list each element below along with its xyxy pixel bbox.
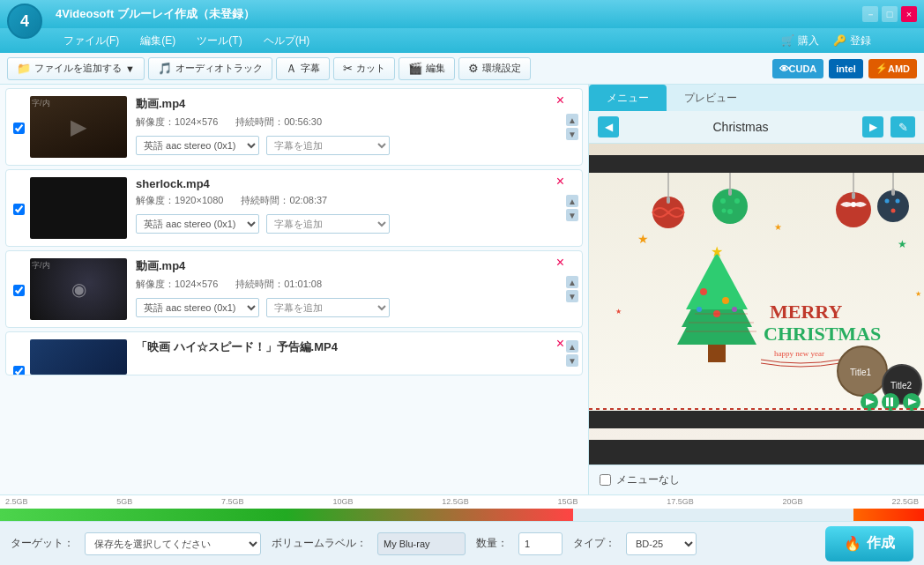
progress-label-0: 2.5GB [5, 497, 28, 506]
file-subtitle-select-3[interactable]: 字幕を追加 [266, 298, 390, 317]
cart-icon: 🛒 [781, 34, 794, 47]
file-checkbox-2[interactable] [13, 204, 25, 215]
file-checkbox-1[interactable] [13, 123, 25, 134]
file-down-3[interactable]: ▼ [566, 290, 578, 302]
target-label: ターゲット： [11, 536, 74, 551]
file-up-1[interactable]: ▲ [566, 114, 578, 126]
edit-template-button[interactable]: ✎ [890, 116, 915, 138]
file-close-3[interactable]: × [556, 255, 564, 271]
type-select[interactable]: BD-25 [626, 532, 697, 555]
svg-text:Title1: Title1 [850, 368, 872, 377]
file-up-2[interactable]: ▲ [566, 195, 578, 207]
cut-label: カット [356, 62, 385, 75]
menu-help[interactable]: ヘルプ(H) [253, 30, 321, 52]
file-item: ▶ 字/内 動画.mp4 解像度：1024×576 持続時間：00:56:30 … [5, 88, 583, 166]
target-select[interactable]: 保存先を選択してください [85, 532, 261, 555]
register-button[interactable]: 🔑 登録 [833, 33, 871, 48]
title-bar: 4 4Videosoft ブルーレイ作成（未登録） － □ × [0, 0, 924, 28]
tab-preview[interactable]: プレビュー [667, 85, 755, 111]
preview-title: Christmas [619, 120, 862, 134]
file-audio-select-1[interactable]: 英語 aac stereo (0x1) [136, 136, 259, 155]
tab-menu[interactable]: メニュー [589, 85, 667, 111]
purchase-button[interactable]: 🛒 購入 [781, 33, 819, 48]
cut-icon: ✂ [343, 62, 353, 75]
file-down-4[interactable]: ▼ [566, 354, 578, 367]
next-arrow[interactable]: ▶ [862, 116, 883, 138]
file-meta-3: 解像度：1024×576 持続時間：01:01:08 [136, 278, 566, 291]
progress-label-6: 17.5GB [667, 497, 694, 506]
svg-rect-15 [852, 192, 855, 199]
edit-icon: 🎬 [408, 62, 422, 75]
file-resolution-2: 解像度：1920×1080 [136, 194, 223, 207]
quantity-control [518, 532, 563, 555]
file-name-2: sherlock.mp4 [136, 177, 566, 190]
no-menu-checkbox[interactable] [600, 474, 611, 486]
svg-rect-5 [667, 197, 670, 204]
file-controls-3: 英語 aac stereo (0x1) 字幕を追加 [136, 298, 566, 317]
file-item: sherlock.mp4 解像度：1920×1080 持続時間：02:08:37… [5, 169, 583, 247]
svg-text:★: ★ [637, 232, 649, 246]
svg-rect-48 [886, 398, 889, 406]
file-close-4[interactable]: × [556, 336, 564, 352]
svg-text:★: ★ [774, 222, 782, 232]
close-button[interactable]: × [901, 6, 917, 22]
menu-edit[interactable]: 編集(E) [130, 30, 186, 52]
file-audio-select-2[interactable]: 英語 aac stereo (0x1) [136, 214, 259, 234]
subtitles-button[interactable]: Ａ 字幕 [276, 57, 330, 80]
settings-button[interactable]: ⚙ 環境設定 [458, 57, 531, 80]
amd-badge: ⚡ AMD [868, 59, 917, 78]
progress-label-2: 7.5GB [221, 497, 244, 506]
svg-point-37 [732, 307, 737, 312]
edit-label: 編集 [426, 62, 445, 75]
preview-panel: メニュー プレビュー ◀ Christmas ▶ ✎ [589, 85, 924, 494]
type-label: タイプ： [573, 536, 615, 551]
settings-icon: ⚙ [468, 62, 479, 75]
purchase-label: 購入 [798, 33, 819, 48]
quantity-input[interactable] [518, 532, 563, 555]
svg-point-36 [697, 307, 702, 312]
file-duration-3: 持続時間：01:01:08 [235, 278, 322, 291]
audio-track-label: オーディオトラック [175, 62, 263, 75]
preview-content: ★ ★ ★ ★ ★ ★ [589, 144, 924, 440]
svg-rect-2 [589, 411, 924, 428]
menu-file[interactable]: ファイル(F) [53, 30, 130, 52]
prev-arrow[interactable]: ◀ [598, 116, 619, 138]
edit-button[interactable]: 🎬 編集 [399, 57, 455, 80]
svg-rect-1 [589, 155, 924, 173]
svg-text:happy new year: happy new year [774, 349, 824, 358]
cut-button[interactable]: ✂ カット [333, 57, 395, 80]
file-name-3: 動画.mp4 [136, 258, 566, 274]
volume-label-input[interactable] [377, 532, 466, 555]
create-button[interactable]: 🔥 作成 [825, 526, 913, 561]
svg-point-12 [722, 209, 727, 213]
maximize-button[interactable]: □ [882, 6, 898, 22]
bottom-controls: ターゲット： 保存先を選択してください ボリュームラベル： 数量： タイプ： B… [0, 521, 924, 565]
no-menu-label[interactable]: メニューなし [616, 472, 680, 487]
file-up-4[interactable]: ▲ [566, 340, 578, 353]
file-thumb-3: ◉ 字/内 [30, 258, 127, 320]
file-subtitle-select-1[interactable]: 字幕を追加 [266, 136, 390, 155]
audio-track-button[interactable]: 🎵 オーディオトラック [148, 57, 272, 80]
progress-label-5: 15GB [558, 497, 578, 506]
file-checkbox-3[interactable] [13, 285, 25, 296]
minimize-button[interactable]: － [862, 6, 878, 22]
file-down-1[interactable]: ▼ [566, 128, 578, 140]
app-logo: 4 [7, 4, 42, 39]
menubar-right: 🛒 購入 🔑 登録 [781, 33, 871, 48]
menu-tools[interactable]: ツール(T) [186, 30, 252, 52]
audio-icon: 🎵 [158, 62, 172, 75]
svg-text:★: ★ [711, 244, 723, 259]
file-list-panel: ▶ 字/内 動画.mp4 解像度：1024×576 持続時間：00:56:30 … [0, 85, 589, 494]
file-close-1[interactable]: × [556, 93, 564, 108]
file-audio-select-3[interactable]: 英語 aac stereo (0x1) [136, 298, 259, 317]
file-down-2[interactable]: ▼ [566, 209, 578, 221]
file-checkbox-4[interactable] [13, 366, 25, 375]
file-close-2[interactable]: × [556, 174, 564, 190]
add-file-button[interactable]: 📁 ファイルを追加する ▼ [7, 57, 145, 80]
svg-point-34 [722, 297, 729, 304]
file-up-3[interactable]: ▲ [566, 276, 578, 288]
cuda-icon: 👁 [779, 63, 789, 74]
file-subtitle-select-2[interactable]: 字幕を追加 [266, 214, 390, 234]
progress-label-7: 20GB [783, 497, 803, 506]
svg-text:CHRISTMAS: CHRISTMAS [764, 323, 881, 345]
